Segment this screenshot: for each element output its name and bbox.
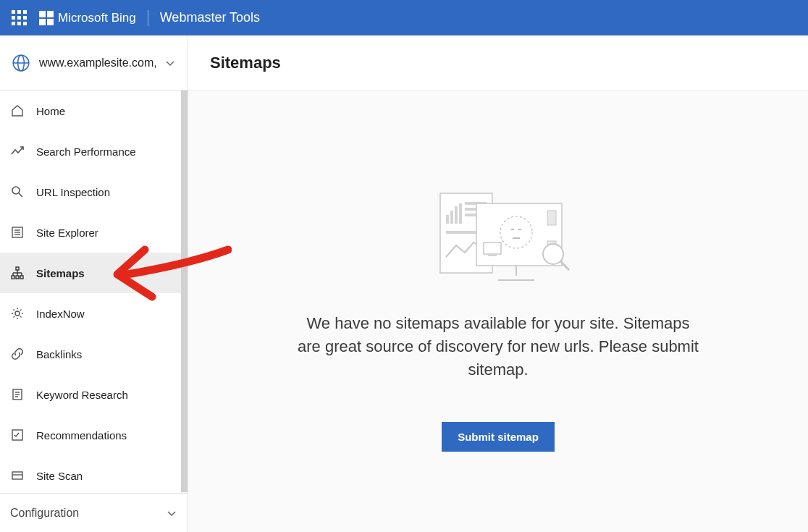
empty-state: We have no sitemaps available for your s… [188,90,808,532]
sidebar-item-indexnow[interactable]: IndexNow [0,293,188,334]
svg-rect-43 [488,254,497,256]
site-name-label: www.examplesite.com, [39,56,156,69]
sitemap-icon [10,266,25,280]
home-icon [10,104,25,118]
list-icon [10,225,25,240]
svg-line-4 [19,193,22,197]
sidebar-item-label: Recommendations [36,429,127,442]
header-divider [148,10,148,26]
document-icon [10,387,25,402]
empty-state-illustration [426,185,571,286]
gear-icon [10,306,25,321]
brand-text: Microsoft Bing [58,11,136,25]
svg-rect-44 [547,211,556,225]
sidebar-item-label: Home [36,105,65,117]
link-icon [10,347,25,361]
svg-rect-10 [12,276,14,279]
sidebar-item-label: Keyword Research [36,389,128,401]
page-header: Sitemaps [188,35,808,90]
submit-sitemap-button[interactable]: Submit sitemap [442,422,555,452]
chevron-down-icon [166,507,177,519]
sidebar-item-url-inspection[interactable]: URL Inspection [0,172,188,212]
scan-icon [10,468,25,483]
scrollbar-thumb[interactable] [181,90,188,492]
svg-rect-30 [459,203,462,224]
sidebar-item-search-performance[interactable]: Search Performance [0,131,188,172]
svg-rect-9 [16,267,19,270]
sidebar-item-label: IndexNow [36,308,85,320]
sidebar-nav: Home Search Performance URL Inspection [0,90,188,493]
sidebar: www.examplesite.com, Home Search Perform… [0,35,188,532]
page-title: Sitemaps [210,54,281,72]
sidebar-item-label: Site Scan [36,470,83,482]
sidebar-item-site-explorer[interactable]: Site Explorer [0,212,188,253]
sidebar-item-label: Search Performance [36,145,136,158]
sidebar-item-backlinks[interactable]: Backlinks [0,334,188,374]
svg-rect-12 [20,276,23,279]
sidebar-item-site-scan[interactable]: Site Scan [0,455,188,493]
sidebar-item-keyword-research[interactable]: Keyword Research [0,374,188,415]
sidebar-item-label: Backlinks [36,348,82,360]
microsoft-logo-icon [39,11,54,25]
sidebar-item-sitemaps[interactable]: Sitemaps [0,253,188,293]
app-launcher-icon[interactable] [9,8,29,28]
globe-icon [12,54,30,72]
svg-point-18 [15,311,20,316]
brand-logo[interactable]: Microsoft Bing [39,11,136,25]
chevron-down-icon [164,57,176,69]
sidebar-item-recommendations[interactable]: Recommendations [0,415,188,455]
main-content: Sitemaps [188,35,808,532]
svg-rect-28 [450,211,453,224]
svg-point-3 [12,187,20,194]
sidebar-item-home[interactable]: Home [0,90,188,131]
chart-line-icon [10,144,25,159]
svg-rect-24 [12,472,22,479]
sidebar-item-label: URL Inspection [36,186,110,198]
svg-rect-11 [16,276,19,279]
sidebar-item-label: Site Explorer [36,227,98,239]
sidebar-item-configuration[interactable]: Configuration [0,493,188,532]
tool-name: Webmaster Tools [160,10,260,25]
checklist-icon [10,428,25,442]
svg-rect-27 [446,215,449,224]
search-icon [10,185,25,199]
app-header: Microsoft Bing Webmaster Tools [0,0,808,35]
sidebar-item-label: Configuration [10,507,79,520]
svg-rect-29 [455,206,458,224]
sidebar-item-label: Sitemaps [36,267,85,279]
svg-point-46 [543,244,563,264]
empty-state-message: We have no sitemaps available for your s… [295,312,701,381]
site-selector[interactable]: www.examplesite.com, [0,35,188,90]
